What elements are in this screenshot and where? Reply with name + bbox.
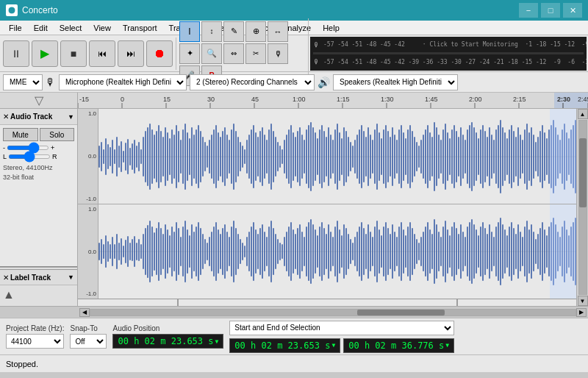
record-button[interactable]: ⏺ [146,40,173,67]
svg-rect-247 [573,125,574,188]
svg-rect-281 [149,221,151,282]
audio-track-close[interactable]: ✕ [3,113,9,121]
svg-rect-40 [118,146,120,168]
mute-button[interactable]: Mute [3,128,38,141]
zoom-in-button[interactable]: 🔍 [201,43,222,64]
zoom-tool-button[interactable]: ⊕ [245,21,266,42]
label-track-expand-icon[interactable]: ▲ [3,288,15,301]
speaker-select[interactable]: Speakers (Realtek High Definiti [333,74,458,90]
svg-rect-71 [187,132,188,181]
svg-rect-304 [200,228,201,275]
select-tool-button[interactable]: I [179,21,200,42]
maximize-button[interactable]: □ [541,3,560,18]
svg-rect-365 [334,227,336,277]
svg-rect-315 [224,224,226,279]
waveform-ch1-area[interactable] [98,109,576,204]
svg-rect-105 [262,127,263,186]
envelope-tool-button[interactable]: ↕ [201,21,222,42]
selection-start-display[interactable]: 00 h 02 m 23.653 s ▼ [229,338,340,353]
close-button[interactable]: ✕ [563,3,582,18]
menu-view[interactable]: View [87,22,117,34]
svg-rect-33 [103,149,104,164]
timeshift-tool-button[interactable]: ↔ [268,21,288,42]
selection-end-display[interactable]: 00 h 02 m 36.776 s ▼ [343,338,454,353]
svg-text:1:30: 1:30 [381,96,394,103]
stop-button[interactable]: ■ [60,40,87,67]
svg-rect-345 [290,222,292,281]
menu-select[interactable]: Select [54,22,88,34]
scroll-down-button[interactable]: ▼ [578,296,588,306]
vertical-scrollbar[interactable]: ▲ ▼ [576,109,588,306]
svg-rect-438 [495,227,497,277]
h-scroll-thumb[interactable] [357,310,445,315]
gain-slider[interactable] [7,146,49,150]
svg-rect-258 [98,243,100,260]
pan-l-label: L [3,153,7,160]
svg-rect-396 [403,229,404,274]
svg-rect-166 [396,140,398,174]
scroll-thumb-track[interactable] [578,120,587,295]
svg-rect-37 [112,140,113,174]
waveform-ch2-area[interactable] [98,204,576,299]
label-track-close[interactable]: ✕ [3,274,9,282]
audio-pos-dropdown[interactable]: ▼ [215,338,219,345]
svg-rect-400 [412,228,413,275]
trim-button[interactable]: ✂ [245,43,266,64]
svg-rect-372 [350,239,351,264]
svg-rect-458 [537,234,539,269]
menu-file[interactable]: File [3,22,28,34]
skip-fwd-button[interactable]: ⏭ [118,40,144,67]
label-track-dropdown-icon[interactable]: ▼ [68,274,74,281]
audio-position-display[interactable]: 00 h 02 m 23.653 s ▼ [112,334,223,349]
scroll-thumb[interactable] [579,138,587,207]
play-button[interactable]: ▶ [32,40,58,67]
svg-rect-434 [487,234,488,269]
menu-help[interactable]: Help [317,22,345,34]
sel-end-dropdown[interactable]: ▼ [445,342,449,349]
svg-rect-403 [418,243,420,260]
svg-rect-290 [169,235,171,268]
svg-rect-234 [544,132,545,181]
pan-slider[interactable] [8,154,51,159]
timeshift2-button[interactable]: ⇔ [223,43,244,64]
svg-rect-361 [326,234,327,269]
project-rate-select[interactable]: 44100 [6,334,64,349]
menu-transport[interactable]: Transport [117,22,163,34]
svg-rect-445 [511,222,512,281]
svg-rect-103 [257,137,259,176]
svg-rect-421 [458,234,459,269]
timeline-ruler[interactable]: -15 0 15 30 45 1:00 1:15 [78,93,588,108]
svg-rect-402 [416,239,417,264]
channels-select[interactable]: 2 (Stereo) Recording Channels [190,74,315,90]
skip-back-button[interactable]: ⏮ [89,40,115,67]
svg-rect-86 [220,137,221,176]
host-select[interactable]: MME [3,74,43,90]
selection-type-select[interactable]: Start and End of Selection [229,321,454,335]
h-scroll-track[interactable] [90,309,576,316]
scroll-right-button[interactable]: ▶ [576,308,587,317]
solo-button[interactable]: Solo [40,128,75,141]
multi-tool-button[interactable]: ✦ [179,43,200,64]
svg-rect-113 [279,146,281,168]
svg-rect-314 [222,228,223,275]
mic-button[interactable]: 🎙 [268,43,288,64]
draw-tool-button[interactable]: ✎ [223,21,244,42]
minimize-button[interactable]: − [519,3,538,18]
svg-rect-99 [248,135,250,179]
snap-to-select[interactable]: Off [70,334,107,349]
svg-rect-324 [244,246,245,257]
svg-rect-411 [436,224,437,279]
mic-select[interactable]: Microphone (Realtek High Defini [59,74,187,90]
scroll-left-button[interactable]: ◀ [79,308,90,317]
svg-rect-278 [143,234,144,269]
scroll-up-button[interactable]: ▲ [578,109,588,119]
svg-rect-206 [484,131,486,182]
svg-rect-351 [304,237,305,266]
pause-button[interactable]: ⏸ [3,40,29,67]
sel-start-dropdown[interactable]: ▼ [331,342,335,349]
svg-rect-70 [184,124,186,190]
audio-track-dropdown-icon[interactable]: ▼ [68,113,74,121]
svg-rect-53 [147,127,148,186]
svg-rect-226 [528,132,530,181]
menu-edit[interactable]: Edit [28,22,54,34]
